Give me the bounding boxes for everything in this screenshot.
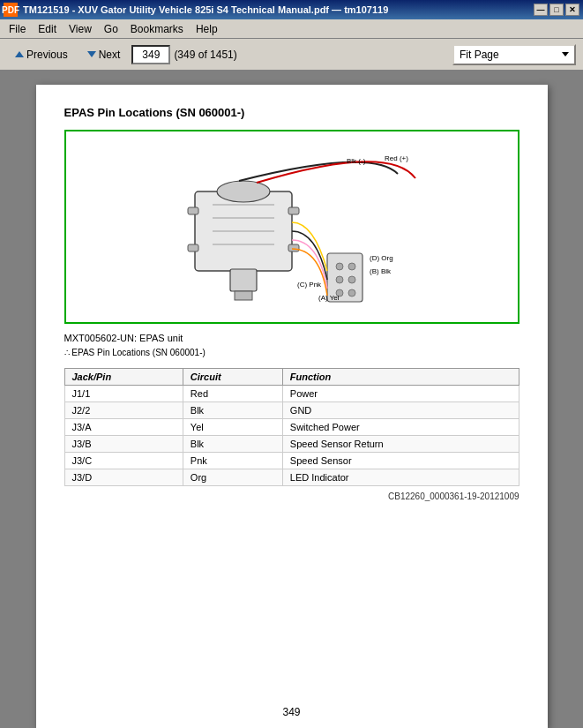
page-number-input[interactable] <box>131 45 170 64</box>
table-cell-4-0: J3/C <box>64 453 183 469</box>
table-cell-0-2: Power <box>282 386 519 402</box>
table-row: J3/BBlkSpeed Sensor Return <box>64 436 519 453</box>
next-button[interactable]: Next <box>79 45 129 64</box>
app-icon: PDF <box>4 3 18 17</box>
document-page: EPAS Pin Locations (SN 060001-) <box>36 85 548 728</box>
window-title: TM121519 - XUV Gator Utility Vehicle 825… <box>23 4 388 15</box>
svg-text:(D) Org: (D) Org <box>370 254 393 262</box>
table-row: J3/CPnkSpeed Sensor <box>64 453 519 469</box>
table-cell-4-2: Speed Sensor <box>282 453 519 469</box>
svg-point-15 <box>336 276 343 283</box>
table-cell-3-2: Speed Sensor Return <box>282 436 519 453</box>
svg-rect-4 <box>288 207 299 214</box>
epas-diagram: Blk (-) Red (+) (D) Org (B) Blk (C) Pnk … <box>124 139 460 315</box>
diagram-caption: MXT005602-UN: EPAS unit <box>64 333 519 343</box>
svg-text:(A) Yel: (A) Yel <box>318 294 340 302</box>
table-cell-4-1: Pnk <box>183 453 282 469</box>
svg-rect-5 <box>288 244 299 251</box>
section-title: EPAS Pin Locations (SN 060001-) <box>64 106 519 119</box>
table-cell-5-2: LED Indicator <box>282 469 519 486</box>
table-cell-1-0: J2/2 <box>64 402 183 419</box>
maximize-button[interactable]: □ <box>549 4 564 16</box>
minimize-button[interactable]: — <box>534 4 548 16</box>
content-area: EPAS Pin Locations (SN 060001-) <box>0 71 583 728</box>
svg-text:Blk (-): Blk (-) <box>347 157 366 165</box>
previous-button[interactable]: Previous <box>7 45 76 64</box>
menu-bar: File Edit View Go Bookmarks Help <box>0 19 583 39</box>
table-row: J1/1RedPower <box>64 386 519 402</box>
svg-rect-2 <box>188 207 198 214</box>
svg-rect-11 <box>235 291 252 300</box>
table-cell-2-0: J3/A <box>64 419 183 436</box>
page-count-label: (349 of 1451) <box>174 49 236 61</box>
title-bar: PDF TM121519 - XUV Gator Utility Vehicle… <box>0 0 583 19</box>
table-reference: CB12260_0000361-19-20121009 <box>64 492 519 501</box>
table-cell-5-0: J3/D <box>64 469 183 486</box>
svg-rect-10 <box>230 269 257 291</box>
svg-point-13 <box>336 263 343 270</box>
diagram-box: Blk (-) Red (+) (D) Org (B) Blk (C) Pnk … <box>64 130 519 324</box>
svg-point-1 <box>217 181 270 202</box>
menu-view[interactable]: View <box>64 21 97 37</box>
toolbar: Previous Next (349 of 1451) Fit Page <box>0 39 583 71</box>
table-cell-2-2: Switched Power <box>282 419 519 436</box>
table-row: J3/DOrgLED Indicator <box>64 469 519 486</box>
table-cell-0-1: Red <box>183 386 282 402</box>
table-cell-5-1: Org <box>183 469 282 486</box>
svg-text:Red (+): Red (+) <box>385 154 408 162</box>
svg-rect-3 <box>188 244 198 251</box>
svg-text:(C) Pnk: (C) Pnk <box>297 281 322 289</box>
col-header-jack: Jack/Pin <box>64 369 183 386</box>
menu-help[interactable]: Help <box>191 21 223 37</box>
menu-edit[interactable]: Edit <box>33 21 62 37</box>
close-button[interactable]: ✕ <box>565 4 579 16</box>
svg-point-18 <box>348 289 355 296</box>
table-cell-1-2: GND <box>282 402 519 419</box>
svg-text:(B) Blk: (B) Blk <box>370 267 392 275</box>
table-cell-2-1: Yel <box>183 419 282 436</box>
previous-arrow-icon <box>15 51 24 57</box>
col-header-circuit: Circuit <box>183 369 282 386</box>
table-row: J2/2BlkGND <box>64 402 519 419</box>
page-number: 349 <box>282 706 300 718</box>
fit-page-dropdown[interactable]: Fit Page <box>452 44 576 65</box>
menu-file[interactable]: File <box>4 21 31 37</box>
table-cell-3-1: Blk <box>183 436 282 453</box>
menu-bookmarks[interactable]: Bookmarks <box>125 21 189 37</box>
table-caption: ∴ EPAS Pin Locations (SN 060001-) <box>64 347 519 357</box>
table-row: J3/AYelSwitched Power <box>64 419 519 436</box>
pin-locations-table: Jack/Pin Circuit Function J1/1RedPowerJ2… <box>64 368 519 486</box>
table-cell-0-0: J1/1 <box>64 386 183 402</box>
col-header-function: Function <box>282 369 519 386</box>
next-arrow-icon <box>87 51 96 57</box>
table-cell-3-0: J3/B <box>64 436 183 453</box>
svg-point-14 <box>348 263 355 270</box>
dropdown-arrow-icon <box>562 52 569 56</box>
svg-point-16 <box>348 276 355 283</box>
menu-go[interactable]: Go <box>99 21 123 37</box>
table-cell-1-1: Blk <box>183 402 282 419</box>
